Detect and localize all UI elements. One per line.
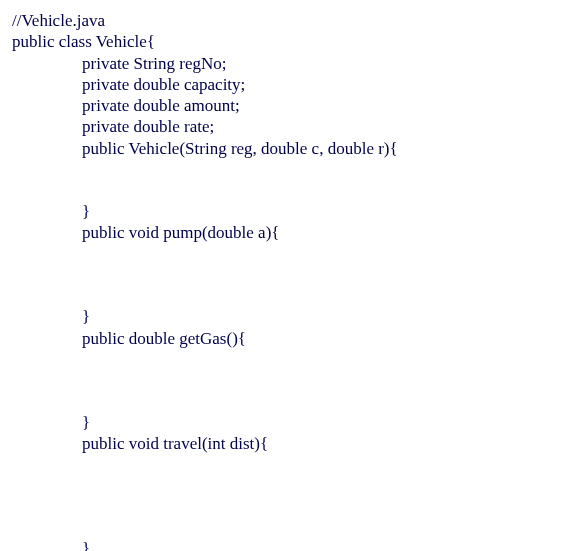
code-line-field-rate: private double rate; [12, 116, 564, 137]
blank-line [12, 264, 564, 285]
blank-line [12, 370, 564, 391]
blank-line [12, 180, 564, 201]
code-line-close-brace: } [12, 201, 564, 222]
code-line-field-regno: private String regNo; [12, 53, 564, 74]
blank-line [12, 454, 564, 475]
code-line-method-travel: public void travel(int dist){ [12, 433, 564, 454]
blank-line [12, 496, 564, 517]
code-line-close-brace: } [12, 538, 564, 551]
code-line-method-getgas: public double getGas(){ [12, 328, 564, 349]
code-line-method-pump: public void pump(double a){ [12, 222, 564, 243]
blank-line [12, 475, 564, 496]
blank-line [12, 243, 564, 264]
blank-line [12, 517, 564, 538]
code-line-close-brace: } [12, 306, 564, 327]
blank-line [12, 391, 564, 412]
code-line-field-amount: private double amount; [12, 95, 564, 116]
code-line-class-decl: public class Vehicle{ [12, 31, 564, 52]
blank-line [12, 285, 564, 306]
code-line-close-brace: } [12, 412, 564, 433]
code-line-constructor: public Vehicle(String reg, double c, dou… [12, 138, 564, 159]
blank-line [12, 159, 564, 180]
blank-line [12, 349, 564, 370]
code-line-field-capacity: private double capacity; [12, 74, 564, 95]
code-line-comment: //Vehicle.java [12, 10, 564, 31]
